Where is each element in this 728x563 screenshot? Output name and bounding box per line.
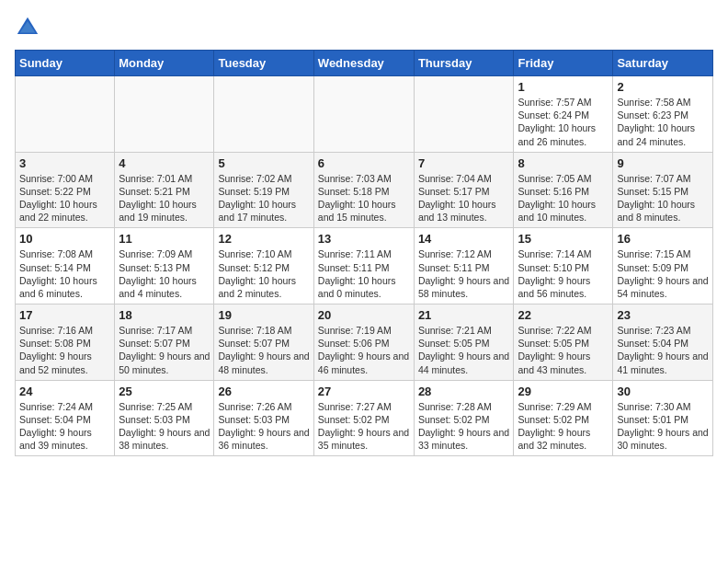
day-number: 19 — [218, 308, 309, 322]
day-number: 15 — [518, 232, 609, 246]
calendar-cell: 11Sunrise: 7:09 AM Sunset: 5:13 PM Dayli… — [115, 228, 214, 304]
calendar-cell: 22Sunrise: 7:22 AM Sunset: 5:05 PM Dayli… — [514, 304, 613, 381]
day-number: 12 — [218, 232, 309, 246]
day-number: 29 — [518, 385, 609, 398]
day-number: 6 — [318, 156, 410, 170]
calendar-cell: 25Sunrise: 7:25 AM Sunset: 5:03 PM Dayli… — [115, 380, 214, 456]
calendar-cell: 17Sunrise: 7:16 AM Sunset: 5:08 PM Dayli… — [16, 304, 115, 381]
day-number: 11 — [119, 232, 210, 246]
day-number: 25 — [119, 385, 210, 398]
day-number: 5 — [218, 156, 309, 170]
day-number: 7 — [418, 156, 510, 170]
day-info: Sunrise: 7:18 AM Sunset: 5:07 PM Dayligh… — [218, 324, 309, 376]
calendar-cell — [115, 76, 214, 153]
day-number: 1 — [518, 80, 609, 94]
calendar-cell: 27Sunrise: 7:27 AM Sunset: 5:02 PM Dayli… — [313, 380, 414, 456]
calendar-cell — [214, 76, 313, 153]
day-info: Sunrise: 7:02 AM Sunset: 5:19 PM Dayligh… — [218, 172, 309, 224]
day-info: Sunrise: 7:10 AM Sunset: 5:12 PM Dayligh… — [218, 247, 309, 300]
day-info: Sunrise: 7:01 AM Sunset: 5:21 PM Dayligh… — [119, 172, 210, 224]
day-info: Sunrise: 7:11 AM Sunset: 5:11 PM Dayligh… — [318, 247, 410, 300]
day-info: Sunrise: 7:29 AM Sunset: 5:02 PM Dayligh… — [518, 400, 609, 453]
day-info: Sunrise: 7:23 AM Sunset: 5:04 PM Dayligh… — [617, 324, 709, 376]
day-info: Sunrise: 7:15 AM Sunset: 5:09 PM Dayligh… — [617, 247, 709, 300]
day-info: Sunrise: 7:21 AM Sunset: 5:05 PM Dayligh… — [418, 324, 510, 376]
calendar-table: SundayMondayTuesdayWednesdayThursdayFrid… — [15, 50, 713, 456]
day-number: 14 — [418, 232, 510, 246]
day-number: 4 — [119, 156, 210, 170]
calendar-cell — [313, 76, 414, 153]
day-info: Sunrise: 7:14 AM Sunset: 5:10 PM Dayligh… — [518, 247, 609, 300]
calendar-week-3: 10Sunrise: 7:08 AM Sunset: 5:14 PM Dayli… — [16, 228, 713, 304]
day-number: 17 — [19, 308, 110, 322]
day-info: Sunrise: 7:58 AM Sunset: 6:23 PM Dayligh… — [617, 96, 709, 148]
day-info: Sunrise: 7:04 AM Sunset: 5:17 PM Dayligh… — [418, 172, 510, 224]
day-header-saturday: Saturday — [613, 51, 713, 76]
calendar-cell — [414, 76, 514, 153]
calendar-cell: 3Sunrise: 7:00 AM Sunset: 5:22 PM Daylig… — [16, 152, 115, 228]
day-info: Sunrise: 7:30 AM Sunset: 5:01 PM Dayligh… — [617, 400, 709, 453]
day-info: Sunrise: 7:19 AM Sunset: 5:06 PM Dayligh… — [318, 324, 410, 376]
calendar-cell: 13Sunrise: 7:11 AM Sunset: 5:11 PM Dayli… — [313, 228, 414, 304]
calendar-body: 1Sunrise: 7:57 AM Sunset: 6:24 PM Daylig… — [16, 76, 713, 456]
calendar-cell: 8Sunrise: 7:05 AM Sunset: 5:16 PM Daylig… — [514, 152, 613, 228]
calendar-cell: 12Sunrise: 7:10 AM Sunset: 5:12 PM Dayli… — [214, 228, 313, 304]
calendar-cell: 15Sunrise: 7:14 AM Sunset: 5:10 PM Dayli… — [514, 228, 613, 304]
day-number: 26 — [218, 385, 309, 398]
day-header-thursday: Thursday — [414, 51, 514, 76]
day-info: Sunrise: 7:24 AM Sunset: 5:04 PM Dayligh… — [19, 400, 110, 453]
day-number: 28 — [418, 385, 510, 398]
day-number: 27 — [318, 385, 410, 398]
day-number: 13 — [318, 232, 410, 246]
calendar-cell: 9Sunrise: 7:07 AM Sunset: 5:15 PM Daylig… — [613, 152, 713, 228]
day-info: Sunrise: 7:28 AM Sunset: 5:02 PM Dayligh… — [418, 400, 510, 453]
calendar-cell: 23Sunrise: 7:23 AM Sunset: 5:04 PM Dayli… — [613, 304, 713, 381]
logo — [15, 15, 44, 40]
day-info: Sunrise: 7:12 AM Sunset: 5:11 PM Dayligh… — [418, 247, 510, 300]
calendar-cell: 6Sunrise: 7:03 AM Sunset: 5:18 PM Daylig… — [313, 152, 414, 228]
day-info: Sunrise: 7:08 AM Sunset: 5:14 PM Dayligh… — [19, 247, 110, 300]
page-header — [15, 15, 713, 40]
day-number: 30 — [617, 385, 709, 398]
day-info: Sunrise: 7:09 AM Sunset: 5:13 PM Dayligh… — [119, 247, 210, 300]
day-number: 3 — [19, 156, 110, 170]
calendar-cell — [16, 76, 115, 153]
day-info: Sunrise: 7:22 AM Sunset: 5:05 PM Dayligh… — [518, 324, 609, 376]
day-header-sunday: Sunday — [16, 51, 115, 76]
day-header-wednesday: Wednesday — [313, 51, 414, 76]
day-number: 8 — [518, 156, 609, 170]
logo-icon — [15, 15, 40, 40]
calendar-cell: 18Sunrise: 7:17 AM Sunset: 5:07 PM Dayli… — [115, 304, 214, 381]
day-info: Sunrise: 7:05 AM Sunset: 5:16 PM Dayligh… — [518, 172, 609, 224]
calendar-cell: 20Sunrise: 7:19 AM Sunset: 5:06 PM Dayli… — [313, 304, 414, 381]
calendar-cell: 16Sunrise: 7:15 AM Sunset: 5:09 PM Dayli… — [613, 228, 713, 304]
day-header-friday: Friday — [514, 51, 613, 76]
day-number: 2 — [617, 80, 709, 94]
day-info: Sunrise: 7:26 AM Sunset: 5:03 PM Dayligh… — [218, 400, 309, 453]
day-number: 22 — [518, 308, 609, 322]
calendar-cell: 1Sunrise: 7:57 AM Sunset: 6:24 PM Daylig… — [514, 76, 613, 153]
calendar-week-4: 17Sunrise: 7:16 AM Sunset: 5:08 PM Dayli… — [16, 304, 713, 381]
day-info: Sunrise: 7:57 AM Sunset: 6:24 PM Dayligh… — [518, 96, 609, 148]
day-header-tuesday: Tuesday — [214, 51, 313, 76]
calendar-week-1: 1Sunrise: 7:57 AM Sunset: 6:24 PM Daylig… — [16, 76, 713, 153]
calendar-cell: 28Sunrise: 7:28 AM Sunset: 5:02 PM Dayli… — [414, 380, 514, 456]
day-info: Sunrise: 7:00 AM Sunset: 5:22 PM Dayligh… — [19, 172, 110, 224]
calendar-cell: 4Sunrise: 7:01 AM Sunset: 5:21 PM Daylig… — [115, 152, 214, 228]
calendar-header: SundayMondayTuesdayWednesdayThursdayFrid… — [16, 51, 713, 76]
calendar-cell: 10Sunrise: 7:08 AM Sunset: 5:14 PM Dayli… — [16, 228, 115, 304]
calendar-week-5: 24Sunrise: 7:24 AM Sunset: 5:04 PM Dayli… — [16, 380, 713, 456]
day-number: 10 — [19, 232, 110, 246]
calendar-cell: 7Sunrise: 7:04 AM Sunset: 5:17 PM Daylig… — [414, 152, 514, 228]
day-info: Sunrise: 7:16 AM Sunset: 5:08 PM Dayligh… — [19, 324, 110, 376]
day-number: 16 — [617, 232, 709, 246]
calendar-cell: 2Sunrise: 7:58 AM Sunset: 6:23 PM Daylig… — [613, 76, 713, 153]
day-info: Sunrise: 7:17 AM Sunset: 5:07 PM Dayligh… — [119, 324, 210, 376]
day-number: 18 — [119, 308, 210, 322]
day-info: Sunrise: 7:27 AM Sunset: 5:02 PM Dayligh… — [318, 400, 410, 453]
day-number: 9 — [617, 156, 709, 170]
calendar-cell: 5Sunrise: 7:02 AM Sunset: 5:19 PM Daylig… — [214, 152, 313, 228]
calendar-cell: 30Sunrise: 7:30 AM Sunset: 5:01 PM Dayli… — [613, 380, 713, 456]
day-header-monday: Monday — [115, 51, 214, 76]
day-info: Sunrise: 7:07 AM Sunset: 5:15 PM Dayligh… — [617, 172, 709, 224]
